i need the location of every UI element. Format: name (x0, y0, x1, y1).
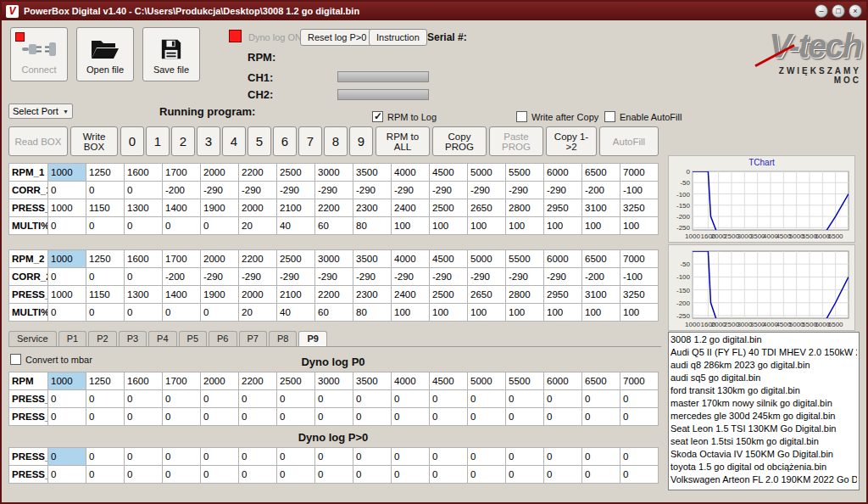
read-box-button[interactable]: Read BOX (8, 126, 68, 156)
copy-prog-button[interactable]: Copy PROG (432, 126, 487, 156)
table-cell[interactable]: 0 (48, 304, 86, 322)
table-cell[interactable]: 0 (620, 390, 659, 408)
table-cell[interactable]: 2200 (239, 250, 277, 268)
table-cell[interactable]: 3100 (582, 199, 620, 217)
tab-service[interactable]: Service (8, 331, 57, 346)
table-cell[interactable]: 0 (125, 390, 163, 408)
table-cell[interactable]: 0 (125, 448, 163, 466)
table-cell[interactable]: -290 (506, 268, 544, 286)
table-cell[interactable]: 0 (544, 408, 582, 426)
table-cell[interactable]: 0 (201, 217, 239, 235)
table-cell[interactable]: -100 (620, 268, 659, 286)
table-cell[interactable]: 2200 (315, 199, 353, 217)
table-cell[interactable]: 0 (239, 448, 277, 466)
paste-prog-button[interactable]: Paste PROG (489, 126, 543, 156)
table-cell[interactable]: 0 (163, 408, 201, 426)
table-cell[interactable]: 2500 (430, 199, 468, 217)
table-cell[interactable]: 2000 (201, 164, 239, 182)
table-cell[interactable]: 0 (125, 268, 163, 286)
table-cell[interactable]: 2400 (392, 199, 430, 217)
table-cell[interactable]: 3000 (315, 164, 353, 182)
close-button[interactable]: × (849, 4, 862, 18)
table-cell[interactable]: 2500 (430, 286, 468, 304)
table-cell[interactable]: 0 (86, 466, 125, 484)
table-cell[interactable]: 6500 (582, 372, 620, 390)
table-cell[interactable]: 5000 (468, 164, 506, 182)
table-cell[interactable]: 60 (315, 217, 353, 235)
table-cell[interactable]: 2100 (277, 199, 315, 217)
table-cell[interactable]: 100 (544, 304, 582, 322)
table-cell[interactable]: 2500 (277, 250, 315, 268)
file-list-item[interactable]: ford transit 130km go digital.bin (670, 384, 857, 397)
table-cell[interactable]: 0 (48, 466, 86, 484)
table-cell[interactable]: 20 (239, 217, 277, 235)
table-cell[interactable]: 4500 (430, 250, 468, 268)
tab-p6[interactable]: P6 (209, 331, 236, 346)
minimize-button[interactable]: – (815, 4, 828, 18)
table-cell[interactable]: 0 (506, 390, 544, 408)
table-cell[interactable]: 0 (468, 466, 506, 484)
table-cell[interactable]: 0 (163, 466, 201, 484)
table-cell[interactable]: 0 (582, 408, 620, 426)
table-cell[interactable]: 100 (620, 304, 659, 322)
table-cell[interactable]: 1700 (163, 250, 201, 268)
table-cell[interactable]: 0 (239, 466, 277, 484)
table-cell[interactable]: 0 (582, 448, 620, 466)
table-cell[interactable]: 2000 (201, 250, 239, 268)
table-cell[interactable]: 0 (48, 448, 86, 466)
file-list-item[interactable]: 3008 1.2 go digital.bin (670, 333, 857, 346)
table-cell[interactable]: 1000 (48, 199, 86, 217)
table-cell[interactable]: 60 (315, 304, 353, 322)
table-cell[interactable]: 100 (430, 304, 468, 322)
table-cell[interactable]: 2650 (468, 199, 506, 217)
file-list-item[interactable]: toyota 1.5 go digital od obciążenia.bin (670, 461, 857, 473)
table-cell[interactable]: 3500 (353, 372, 392, 390)
table-cell[interactable]: 3100 (582, 286, 620, 304)
table-cell[interactable]: 4000 (392, 164, 430, 182)
table-cell[interactable]: 0 (48, 217, 86, 235)
table-cell[interactable]: 100 (392, 217, 430, 235)
connect-button[interactable]: Connect (10, 27, 68, 81)
copy-1-2-button[interactable]: Copy 1->2 (546, 126, 597, 156)
tab-p5[interactable]: P5 (179, 331, 207, 346)
table-cell[interactable]: 2000 (239, 199, 277, 217)
table-cell[interactable]: 1000 (48, 286, 86, 304)
table-cell[interactable]: 0 (86, 217, 125, 235)
table-cell[interactable]: 1300 (125, 199, 163, 217)
table-cell[interactable]: 1400 (163, 199, 201, 217)
table-cell[interactable]: 0 (315, 448, 353, 466)
table-cell[interactable]: 3000 (315, 372, 353, 390)
table-cell[interactable]: -290 (392, 182, 430, 199)
table-cell[interactable]: -290 (239, 268, 277, 286)
table-cell[interactable]: 0 (201, 448, 239, 466)
table-cell[interactable]: -290 (315, 182, 353, 199)
table-cell[interactable]: 0 (125, 466, 163, 484)
digit-button-5[interactable]: 5 (248, 126, 271, 156)
file-list-item[interactable]: Audi Q5 II (FY FL) 40 TDI MHEV 2.0 150kW… (670, 346, 857, 359)
table-cell[interactable]: 0 (86, 408, 125, 426)
table-cell[interactable]: 5500 (506, 372, 544, 390)
instruction-button[interactable]: Instruction (369, 29, 427, 46)
select-port-dropdown[interactable]: Select Port ▼ (8, 104, 73, 119)
tab-p2[interactable]: P2 (88, 331, 116, 346)
table-cell[interactable]: -290 (506, 182, 544, 199)
table-cell[interactable]: 0 (163, 390, 201, 408)
file-list-item[interactable]: Seat Leon 1.5 TSI 130KM Go Digital.bin (670, 423, 857, 435)
table-cell[interactable]: -200 (582, 182, 620, 199)
table-cell[interactable]: 100 (506, 304, 544, 322)
table-cell[interactable]: -200 (163, 182, 201, 199)
rpm-to-all-button[interactable]: RPM to ALL (376, 126, 430, 156)
table-cell[interactable]: 2800 (506, 199, 544, 217)
table-cell[interactable]: 3250 (620, 199, 659, 217)
table-cell[interactable]: 0 (392, 390, 430, 408)
table-cell[interactable]: 0 (315, 466, 353, 484)
digit-button-9[interactable]: 9 (349, 126, 373, 156)
table-cell[interactable]: -290 (277, 268, 315, 286)
table-cell[interactable]: 0 (353, 448, 392, 466)
table-cell[interactable]: -290 (315, 268, 353, 286)
table-cell[interactable]: 0 (163, 217, 201, 235)
table-cell[interactable]: 1250 (86, 250, 125, 268)
table-cell[interactable]: -290 (430, 268, 468, 286)
table-cell[interactable]: 0 (506, 408, 544, 426)
table-cell[interactable]: 0 (392, 466, 430, 484)
